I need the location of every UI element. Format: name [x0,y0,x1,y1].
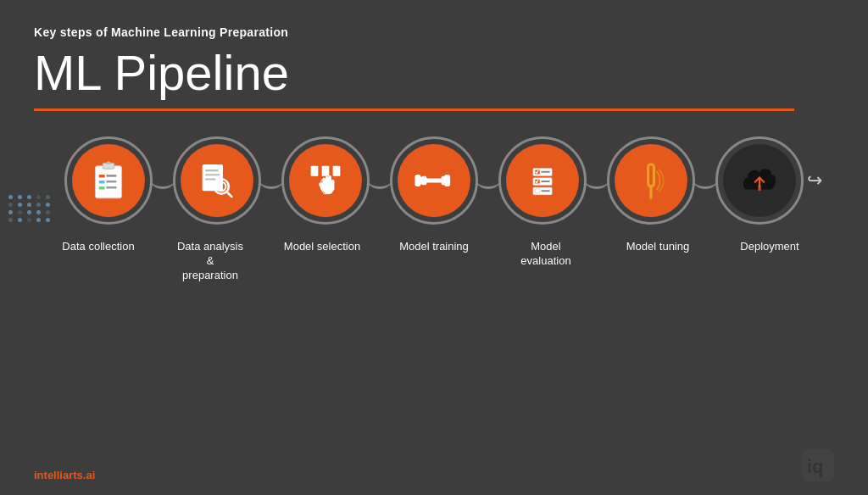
circle-inner-7 [723,144,796,217]
svg-rect-36 [535,189,540,193]
svg-rect-28 [442,176,447,185]
svg-rect-26 [424,178,444,182]
label-model-tuning: Model tuning [614,240,702,254]
connector-4 [476,172,500,189]
svg-marker-39 [758,185,760,191]
subtitle: Key steps of Machine Learning Preparatio… [34,25,834,39]
slide-container: Key steps of Machine Learning Preparatio… [0,0,868,495]
connector-arc-5 [585,172,609,189]
step-model-evaluation [498,136,587,225]
svg-rect-37 [541,190,549,192]
svg-rect-18 [322,165,330,175]
brand-label: intelliarts.ai [34,469,95,481]
svg-rect-19 [333,165,341,175]
circle-outer-2 [173,136,261,225]
circle-outer-5 [498,136,587,225]
connector-6 [693,172,717,189]
divider [34,108,794,111]
svg-rect-10 [203,164,223,191]
intelliarts-logo: iq [802,449,834,481]
circles-row: ↪ [34,136,834,225]
step-model-selection [281,136,370,225]
svg-rect-4 [99,186,105,189]
connector-1 [151,172,175,189]
svg-rect-5 [106,175,116,177]
circle-outer-4 [390,136,478,225]
svg-rect-13 [205,178,215,180]
step-data-analysis [173,136,261,225]
label-deployment: Deployment [726,240,814,254]
circle-outer-3 [281,136,370,225]
svg-rect-7 [106,186,116,189]
label-model-selection: Model selection [278,240,366,254]
labels-row: Data collection Data analysis&preparatio… [34,240,834,283]
circle-inner-3 [289,144,362,217]
connector-arc-6 [693,172,717,189]
label-data-collection: Data collection [54,240,142,254]
circle-inner-2 [181,144,253,217]
svg-rect-31 [541,171,549,173]
connector-5 [585,172,609,189]
arrow-out-icon: ↪ [807,170,822,192]
circle-inner-4 [398,144,470,217]
svg-rect-6 [106,181,116,183]
svg-rect-2 [99,175,105,177]
search-doc-icon [195,159,239,203]
connector-arc-2 [259,172,283,189]
svg-rect-17 [311,165,319,175]
circle-inner-5 [506,144,579,217]
clipboard-icon [86,159,131,203]
cloud-upload-icon [737,159,782,203]
tuning-fork-icon [629,159,673,203]
checklist-icon [522,160,563,201]
label-data-analysis: Data analysis&preparation [166,240,254,283]
circle-outer-7 [715,136,804,225]
svg-rect-9 [106,161,110,164]
label-model-training: Model training [390,240,478,254]
label-model-evaluation: Modelevaluation [502,240,590,269]
step-model-training [390,136,478,225]
step-data-collection [64,136,153,225]
footer: intelliarts.ai iq [34,449,834,481]
connector-arc-3 [368,172,392,189]
pipeline-container: ↪ Data collection Data analysis&preparat… [34,136,834,478]
step-model-tuning [607,136,695,225]
svg-rect-3 [99,181,105,183]
circle-inner-6 [615,144,687,217]
svg-line-16 [226,192,231,197]
step-deployment: ↪ [715,136,804,225]
connector-arc-4 [476,172,500,189]
hand-cursor-icon [303,159,348,203]
dumbbell-icon [412,159,456,203]
connector-2 [259,172,283,189]
circle-outer-1 [64,136,153,225]
main-title: ML Pipeline [34,46,834,100]
connector-3 [368,172,392,189]
svg-rect-12 [205,174,220,175]
svg-text:iq: iq [807,456,824,477]
circle-outer-6 [607,136,695,225]
svg-rect-11 [205,170,219,171]
logo: iq [802,449,834,481]
connector-arc-1 [151,172,175,189]
svg-rect-34 [541,181,549,182]
svg-rect-27 [421,176,426,185]
circle-inner-1 [72,144,145,217]
